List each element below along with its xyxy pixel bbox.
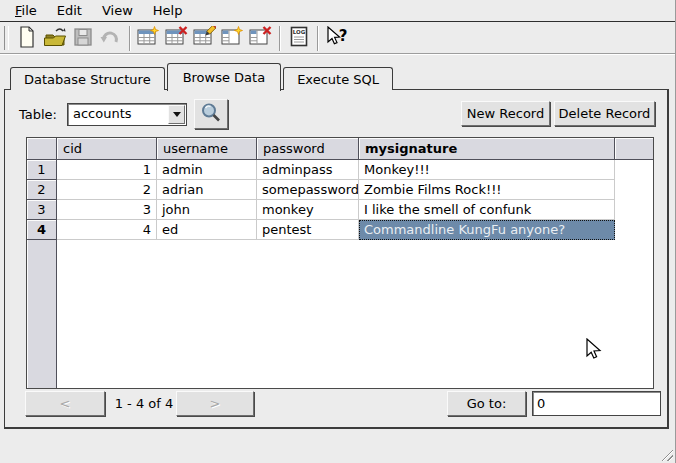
tab-bar: Database Structure Browse Data Execute S… — [10, 62, 395, 90]
previous-page-label: < — [60, 396, 71, 411]
cell-password[interactable]: somepassword — [257, 180, 359, 200]
create-index-icon — [221, 26, 244, 50]
svg-text:?: ? — [338, 27, 347, 45]
log-icon-text: LOG — [292, 29, 305, 35]
table-row: 2 2 adrian somepassword Zombie Films Roc… — [27, 180, 653, 200]
create-table-button[interactable] — [135, 25, 162, 52]
open-database-icon — [43, 26, 67, 51]
record-range-label: 1 - 4 of 4 — [113, 396, 175, 411]
table-row: 3 3 john monkey I like the smell of conf… — [27, 200, 653, 220]
delete-index-icon — [249, 26, 272, 50]
table-row: 1 1 admin adminpass Monkey!!! — [27, 160, 653, 180]
table-select[interactable]: accounts — [67, 103, 187, 126]
previous-page-button[interactable]: < — [25, 391, 105, 416]
resize-grip[interactable] — [660, 448, 673, 461]
tab-label: Browse Data — [183, 70, 266, 85]
modify-table-icon — [193, 26, 216, 50]
toolbar-drag-handle[interactable] — [4, 26, 9, 50]
whats-this-button[interactable]: ? — [323, 25, 350, 52]
cell-username[interactable]: adrian — [157, 180, 257, 200]
cell-mysignature-selected[interactable]: Commandline KungFu anyone? — [359, 220, 615, 240]
grid-header-row: cid username password mysignature — [27, 138, 653, 160]
column-header-password[interactable]: password — [257, 138, 359, 160]
tab-database-structure[interactable]: Database Structure — [10, 67, 165, 90]
goto-label: Go to: — [467, 396, 507, 411]
toolbar: LOG ? — [0, 23, 675, 54]
combo-dropdown-button[interactable] — [168, 105, 185, 124]
tab-label: Database Structure — [24, 72, 151, 87]
menu-item-edit[interactable]: Edit — [48, 2, 91, 19]
search-button[interactable] — [194, 99, 228, 129]
create-index-button[interactable] — [219, 25, 246, 52]
save-database-icon — [73, 27, 93, 50]
revert-changes-icon — [100, 27, 122, 50]
menu-item-file[interactable]: File — [6, 2, 46, 19]
delete-record-button[interactable]: Delete Record — [554, 101, 655, 126]
cell-username[interactable]: john — [157, 200, 257, 220]
row-header-filler — [27, 240, 57, 388]
browse-data-panel: Table: accounts New Record Delete Record — [4, 89, 669, 429]
save-database-button[interactable] — [69, 25, 96, 52]
grid-corner-cell — [27, 138, 57, 160]
open-database-button[interactable] — [41, 25, 68, 52]
mouse-cursor — [583, 338, 603, 363]
modify-table-button[interactable] — [191, 25, 218, 52]
cell-cid[interactable]: 3 — [57, 200, 157, 220]
row-header[interactable]: 3 — [27, 200, 57, 220]
cell-mysignature[interactable]: Monkey!!! — [359, 160, 615, 180]
cell-mysignature[interactable]: I like the smell of confunk — [359, 200, 615, 220]
table-select-value: accounts — [73, 106, 132, 121]
menu-item-help[interactable]: Help — [144, 2, 192, 19]
row-header[interactable]: 4 — [27, 220, 57, 240]
new-record-button[interactable]: New Record — [461, 101, 550, 126]
whats-this-icon: ? — [325, 26, 349, 50]
menu-item-view[interactable]: View — [93, 2, 142, 19]
revert-changes-button[interactable] — [97, 25, 124, 52]
column-header-mysignature[interactable]: mysignature — [359, 138, 615, 160]
new-database-icon — [17, 26, 37, 51]
table-row: 4 4 ed pentest Commandline KungFu anyone… — [27, 220, 653, 240]
grid-header-filler — [615, 138, 653, 160]
next-page-button[interactable]: > — [176, 391, 254, 416]
toolbar-separator — [317, 26, 319, 51]
create-table-icon — [137, 26, 160, 50]
data-grid: cid username password mysignature 1 1 ad… — [26, 137, 654, 389]
tab-browse-data[interactable]: Browse Data — [167, 63, 282, 91]
toolbar-separator — [279, 26, 281, 51]
next-page-label: > — [210, 396, 221, 411]
delete-table-button[interactable] — [163, 25, 190, 52]
tab-execute-sql[interactable]: Execute SQL — [283, 67, 393, 90]
delete-record-label: Delete Record — [559, 106, 651, 121]
new-record-label: New Record — [467, 106, 544, 121]
cell-password[interactable]: pentest — [257, 220, 359, 240]
cell-cid[interactable]: 1 — [57, 160, 157, 180]
row-header[interactable]: 1 — [27, 160, 57, 180]
tab-label: Execute SQL — [297, 72, 379, 87]
delete-index-button[interactable] — [247, 25, 274, 52]
log-button[interactable]: LOG — [285, 25, 312, 52]
goto-input[interactable] — [532, 391, 661, 416]
cell-password[interactable]: monkey — [257, 200, 359, 220]
search-icon — [200, 102, 222, 127]
cell-cid[interactable]: 2 — [57, 180, 157, 200]
cell-password[interactable]: adminpass — [257, 160, 359, 180]
log-icon: LOG — [289, 26, 309, 50]
chevron-down-icon — [173, 112, 181, 121]
new-database-button[interactable] — [13, 25, 40, 52]
menu-bar: File Edit View Help — [0, 0, 675, 22]
column-header-username[interactable]: username — [157, 138, 257, 160]
goto-button[interactable]: Go to: — [447, 391, 526, 416]
app-window: File Edit View Help — [0, 0, 676, 463]
cell-username[interactable]: ed — [157, 220, 257, 240]
cell-mysignature[interactable]: Zombie Films Rock!!! — [359, 180, 615, 200]
column-header-cid[interactable]: cid — [57, 138, 157, 160]
row-header[interactable]: 2 — [27, 180, 57, 200]
cell-username[interactable]: admin — [157, 160, 257, 180]
table-label: Table: — [19, 107, 57, 122]
toolbar-separator — [129, 26, 131, 51]
cell-cid[interactable]: 4 — [57, 220, 157, 240]
delete-table-icon — [165, 26, 188, 50]
